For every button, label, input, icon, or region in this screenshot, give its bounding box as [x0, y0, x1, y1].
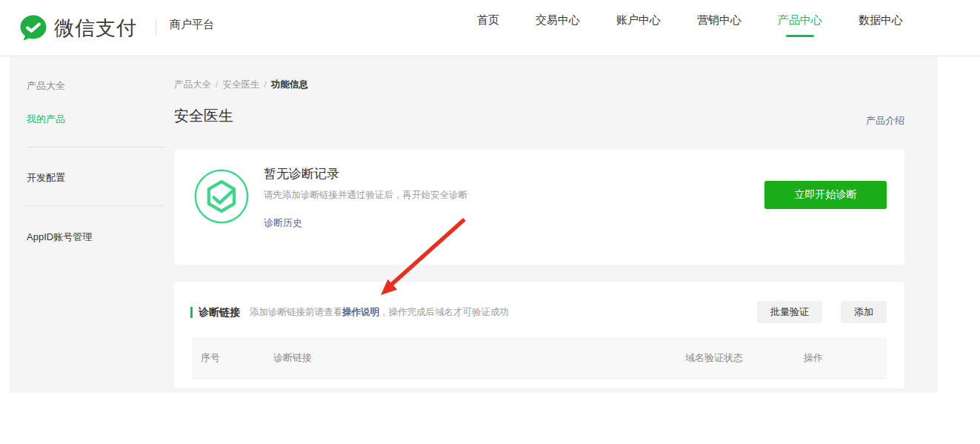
security-shield-check-icon: [193, 168, 250, 225]
nav-item-marketing-center[interactable]: 营销中心: [697, 0, 741, 39]
breadcrumb-all-products[interactable]: 产品大全: [174, 79, 211, 90]
section-accent-bar: [190, 307, 193, 318]
breadcrumb-security-doctor[interactable]: 安全医生: [222, 79, 259, 90]
top-navigation: 首页 交易中心 账户中心 营销中心 产品中心 数据中心: [441, 0, 903, 39]
sidebar-item-appid-account-management[interactable]: AppID账号管理: [27, 231, 92, 244]
nav-item-account-center[interactable]: 账户中心: [616, 0, 661, 39]
start-diagnosis-button[interactable]: 立即开始诊断: [764, 181, 887, 209]
portal-label: 商户平台: [170, 18, 214, 32]
breadcrumb-function-info: 功能信息: [271, 79, 308, 90]
sidebar-item-my-products[interactable]: 我的产品: [27, 113, 65, 126]
breadcrumb: 产品大全/安全医生/功能信息: [174, 79, 308, 91]
logo-text: 微信支付: [54, 15, 137, 42]
nav-item-transaction-center[interactable]: 交易中心: [536, 0, 580, 39]
active-nav-underline: [786, 35, 814, 37]
product-intro-link[interactable]: 产品介绍: [866, 114, 904, 127]
page-title: 安全医生: [174, 106, 233, 126]
column-actions: 操作: [804, 337, 823, 378]
merchant-platform-page: 微信支付 商户平台 首页 交易中心 账户中心 营销中心 产品中心 数据中心 产品…: [0, 0, 980, 444]
hint-prefix: 添加诊断链接前请查看: [250, 307, 342, 317]
breadcrumb-separator: /: [216, 79, 218, 90]
nav-label: 产品中心: [778, 13, 822, 26]
top-header: 微信支付 商户平台 首页 交易中心 账户中心 营销中心 产品中心 数据中心: [0, 0, 980, 56]
diagnosis-links-card: 诊断链接 添加诊断链接前请查看操作说明，操作完成后域名才可验证成功 批量验证 添…: [174, 282, 904, 388]
sidebar-item-all-products[interactable]: 产品大全: [27, 79, 65, 93]
links-table-header: 序号 诊断链接 域名验证状态 操作: [192, 337, 887, 379]
hint-suffix: ，操作完成后域名才可验证成功: [379, 307, 509, 317]
nav-item-data-center[interactable]: 数据中心: [859, 0, 903, 39]
nav-item-home[interactable]: 首页: [477, 0, 499, 39]
column-domain-verify-status: 域名验证状态: [685, 337, 743, 378]
section-hint: 添加诊断链接前请查看操作说明，操作完成后域名才可验证成功: [250, 301, 509, 323]
diagnosis-status-card: 暂无诊断记录 请先添加诊断链接并通过验证后，再开始安全诊断 诊断历史 立即开始诊…: [174, 150, 904, 265]
column-serial-number: 序号: [201, 337, 220, 378]
batch-verify-button[interactable]: 批量验证: [757, 301, 822, 323]
sidebar-item-dev-config[interactable]: 开发配置: [27, 171, 65, 185]
operation-instructions-link[interactable]: 操作说明: [342, 307, 379, 317]
column-diagnosis-link: 诊断链接: [273, 337, 312, 378]
diagnosis-history-link[interactable]: 诊断历史: [264, 216, 302, 230]
sidebar-divider: [27, 205, 164, 206]
nav-item-product-center[interactable]: 产品中心: [778, 0, 822, 39]
sidebar: 产品大全 我的产品 开发配置 AppID账号管理: [10, 56, 174, 393]
breadcrumb-separator: /: [264, 79, 266, 90]
header-divider: [156, 19, 156, 36]
wechat-pay-bubble-check-icon: [19, 13, 48, 43]
wechat-pay-logo[interactable]: 微信支付: [19, 0, 137, 56]
section-header: 诊断链接 添加诊断链接前请查看操作说明，操作完成后域名才可验证成功 批量验证 添…: [174, 301, 904, 323]
section-title: 诊断链接: [199, 301, 240, 323]
add-link-button[interactable]: 添加: [841, 301, 887, 323]
sidebar-divider: [27, 147, 164, 148]
empty-diagnosis-subtitle: 请先添加诊断链接并通过验证后，再开始安全诊断: [264, 189, 467, 202]
empty-diagnosis-title: 暂无诊断记录: [264, 165, 339, 182]
